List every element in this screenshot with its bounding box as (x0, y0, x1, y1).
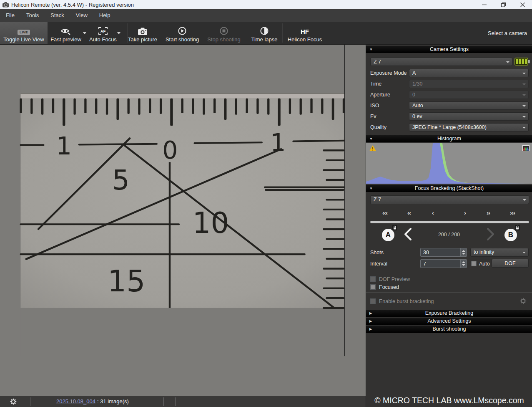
toolbar-separator (247, 23, 247, 43)
exposure-mode-select[interactable]: A (409, 69, 529, 77)
time-select[interactable]: 1/30 (409, 80, 529, 88)
enable-burst-bracketing-label: Enable burst bracketing (379, 297, 434, 306)
interval-label: Interval (370, 260, 387, 268)
play-circle-icon (178, 24, 186, 35)
menu-help[interactable]: Help (93, 9, 116, 22)
auto-focus-button[interactable]: AF Auto Focus (89, 22, 117, 44)
preferences-gear-icon[interactable] (10, 398, 17, 406)
ev-label: Ev (370, 112, 376, 121)
battery-indicator-icon (514, 58, 530, 67)
chevron-down-icon (522, 116, 526, 118)
spin-down-icon[interactable] (462, 253, 465, 255)
interval-spin-buttons[interactable] (460, 260, 467, 268)
time-lapse-button[interactable]: Time lapse (249, 22, 279, 44)
iso-label: ISO (370, 101, 379, 110)
close-button[interactable] (513, 0, 532, 9)
menu-file[interactable]: File (0, 9, 20, 22)
menu-stack[interactable]: Stack (45, 9, 70, 22)
session-image-count: : 31 image(s) (97, 398, 129, 404)
right-panel: ▼ Camera Settings Z 7 Exposure Mode A Ti… (366, 45, 532, 407)
camera-settings-header[interactable]: ▼ Camera Settings (366, 46, 532, 53)
select-a-camera-label[interactable]: Select a camera (488, 22, 527, 44)
shots-mode-select[interactable]: to infinity (470, 248, 529, 257)
time-lapse-icon (260, 24, 269, 35)
step-backward-button[interactable]: ‹ (432, 208, 434, 218)
previous-frame-button[interactable] (403, 228, 413, 242)
aperture-label: Aperture (370, 91, 390, 99)
dof-button[interactable]: DOF (492, 259, 529, 268)
menu-bar: File Tools Stack View Help (0, 9, 532, 22)
move-far-forward-button[interactable]: ››› (510, 208, 515, 218)
spin-up-icon[interactable] (462, 261, 465, 263)
minimize-button[interactable] (474, 0, 494, 9)
shots-spin-buttons[interactable] (460, 248, 467, 256)
iso-select[interactable]: Auto (409, 101, 529, 110)
histogram-header[interactable]: ▼ Histogram (366, 135, 532, 142)
exposure-mode-label: Exposure Mode (370, 69, 407, 77)
advanced-settings-header[interactable]: ▶ Advanced Settings (366, 318, 532, 325)
spin-up-icon[interactable] (462, 250, 465, 252)
statusbar-separator (163, 397, 164, 406)
ev-select[interactable]: 0 ev (409, 112, 529, 121)
interval-input[interactable] (421, 260, 460, 268)
camera-settings-title: Camera Settings (430, 46, 469, 52)
dof-preview-checkbox[interactable] (370, 276, 376, 282)
warning-icon (369, 145, 376, 152)
live-badge-icon: LIVE (18, 24, 30, 35)
focused-checkbox[interactable] (370, 284, 376, 290)
helicon-remote-window: Helicon Remote (ver. 4.5.4 W) - Register… (0, 0, 532, 407)
focus-position-slider[interactable] (370, 221, 529, 223)
toolbar-separator (127, 23, 128, 43)
camera-model-select[interactable]: Z 7 (370, 58, 512, 66)
next-frame-button[interactable] (486, 228, 496, 242)
move-far-backward-button[interactable]: ‹‹‹ (382, 208, 387, 218)
chevron-down-icon (522, 94, 526, 96)
burst-shooting-title: Burst shooting (433, 326, 466, 332)
toolbar-separator (282, 23, 283, 43)
quality-select[interactable]: JPEG Fine * Large (5408x3600) (409, 123, 529, 131)
svg-text:1: 1 (270, 129, 286, 157)
auto-focus-dropdown-arrow[interactable] (117, 22, 123, 44)
menu-view[interactable]: View (70, 9, 93, 22)
focus-bracketing-header[interactable]: ▼ Focus Bracketing (StackShot) (366, 185, 532, 192)
window-title: Helicon Remote (ver. 4.5.4 W) - Register… (11, 2, 134, 8)
bracketing-device-select[interactable]: Z 7 (370, 195, 529, 204)
take-picture-button[interactable]: Take picture (128, 22, 157, 44)
svg-text:AF: AF (100, 29, 106, 33)
chevron-down-icon (523, 199, 526, 201)
stop-shooting-button[interactable]: Stop shooting (206, 22, 242, 44)
status-bar: 2025.10.08_004 : 31 image(s) (0, 396, 366, 407)
chevron-down-icon (522, 252, 526, 253)
toggle-live-view-button[interactable]: LIVE Toggle Live View (0, 22, 48, 44)
fast-preview-dropdown-arrow[interactable] (83, 22, 89, 44)
start-shooting-button[interactable]: Start shooting (165, 22, 199, 44)
svg-text:15: 15 (108, 264, 145, 298)
shots-stepper (420, 248, 467, 257)
helicon-focus-button[interactable]: HF Helicon Focus (286, 22, 324, 44)
restore-button[interactable] (494, 0, 513, 9)
move-backward-button[interactable]: ‹‹ (407, 208, 411, 218)
spin-down-icon[interactable] (462, 264, 465, 266)
fast-preview-button[interactable]: Fast preview (49, 22, 83, 44)
toolbar: LIVE Toggle Live View Fast preview AF Au… (0, 22, 532, 45)
quality-label: Quality (370, 123, 386, 131)
histogram-mode-icon[interactable] (522, 145, 529, 152)
burst-settings-gear-icon[interactable] (520, 298, 527, 306)
enable-burst-bracketing-checkbox[interactable] (370, 298, 376, 304)
auto-interval-checkbox[interactable] (471, 261, 477, 266)
session-folder-link[interactable]: 2025.10.08_004 (56, 398, 95, 404)
exposure-bracketing-header[interactable]: ▶ Exposure Bracketing (366, 310, 532, 317)
aperture-select[interactable]: 0 (409, 91, 529, 99)
live-view-area: 10151015 (0, 45, 366, 396)
burst-shooting-header[interactable]: ▶ Burst shooting (366, 326, 532, 333)
shots-label: Shots (370, 248, 384, 257)
move-forward-button[interactable]: ›› (487, 208, 490, 218)
chevron-down-icon (522, 73, 526, 74)
collapse-down-icon: ▼ (369, 46, 373, 53)
menu-tools[interactable]: Tools (20, 9, 45, 22)
shots-input[interactable] (421, 248, 460, 256)
step-forward-button[interactable]: › (464, 208, 466, 218)
collapse-right-icon: ▶ (369, 326, 372, 333)
stop-circle-icon (220, 24, 228, 35)
collapse-right-icon: ▶ (369, 310, 372, 317)
